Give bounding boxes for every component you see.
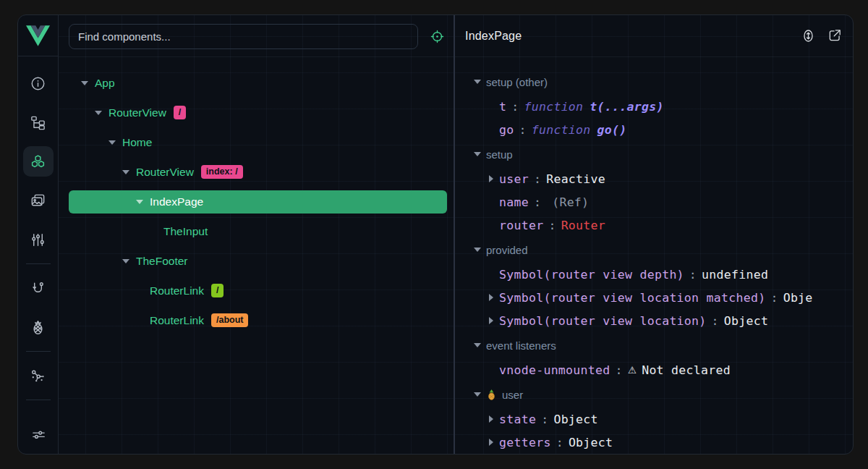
section-label: provided (486, 244, 528, 256)
state-value: (Ref) (552, 195, 589, 209)
expander-icon[interactable] (122, 169, 129, 176)
state-section-setup-other[interactable]: setup (other) (455, 69, 853, 95)
expander-spacer (150, 228, 157, 235)
state-row-symbol-router-view-location[interactable]: Symbol(router view location):Object (455, 309, 853, 332)
settings-icon[interactable] (18, 415, 59, 454)
state-row-t[interactable]: t:functiont(...args) (455, 95, 853, 118)
expander-icon[interactable] (488, 317, 493, 324)
state-row-name[interactable]: name:(Ref) (455, 190, 853, 214)
colon: : (541, 413, 548, 426)
component-name: RouterLink (150, 284, 204, 297)
expander-icon[interactable] (474, 246, 481, 253)
function-signature: go() (597, 123, 627, 137)
locate-target-icon[interactable] (428, 28, 446, 45)
expander-icon[interactable] (488, 294, 493, 301)
route-badge: index: / (201, 165, 243, 179)
expander-spacer (488, 126, 493, 133)
state-key: getters (499, 436, 551, 449)
state-row-symbol-router-view-depth[interactable]: Symbol(router view depth):undefined (455, 263, 853, 286)
expander-icon[interactable] (474, 78, 481, 85)
icon-rail (18, 15, 59, 454)
state-section-provided[interactable]: provided (455, 237, 853, 263)
state-value: Router (561, 219, 605, 232)
state-value: undefined (702, 268, 768, 282)
tree-item-routerlink[interactable]: RouterLink /about (59, 305, 454, 335)
pinia-icon[interactable] (18, 308, 59, 347)
state-key: Symbol(router view location matched) (499, 291, 765, 305)
state-row-user[interactable]: user:Reactive (455, 167, 853, 190)
devtools-window: App RouterView / Home RouterView index: … (17, 14, 854, 455)
tree-toolbar (59, 15, 454, 57)
expander-icon[interactable] (95, 109, 102, 117)
graph-icon[interactable] (18, 356, 59, 395)
pages-tree-icon[interactable] (18, 103, 59, 142)
tree-item-app[interactable]: App (59, 68, 454, 98)
expander-icon[interactable] (136, 198, 143, 206)
colon: : (519, 123, 526, 137)
state-key: t (499, 100, 506, 114)
state-key: user (499, 172, 529, 186)
colon: : (548, 219, 556, 232)
component-tree: App RouterView / Home RouterView index: … (59, 68, 454, 335)
component-tree-panel: App RouterView / Home RouterView index: … (59, 15, 455, 454)
expander-icon[interactable] (488, 415, 493, 423)
timeline-icon[interactable] (18, 220, 59, 259)
expander-icon[interactable] (81, 80, 88, 87)
scroll-to-component-icon[interactable] (801, 28, 817, 44)
selected-row-highlight (69, 190, 447, 214)
active-tab-highlight (23, 146, 54, 177)
state-key: Symbol(router view depth) (499, 268, 684, 282)
components-icon[interactable] (18, 142, 59, 181)
tree-item-routerlink[interactable]: RouterLink / (59, 276, 454, 305)
state-section-event-listeners[interactable]: event listeners (455, 332, 853, 358)
expander-icon[interactable] (122, 258, 129, 265)
route-badge: /about (211, 313, 249, 328)
expander-spacer (488, 271, 493, 278)
section-label: event listeners (486, 339, 556, 352)
state-key: router (499, 219, 543, 232)
expander-spacer (136, 287, 143, 295)
expander-icon[interactable] (474, 342, 481, 349)
open-in-editor-icon[interactable] (827, 28, 843, 44)
state-key: vnode-unmounted (499, 363, 610, 377)
tree-item-indexpage[interactable]: IndexPage (59, 187, 454, 216)
tree-item-theinput[interactable]: TheInput (59, 216, 454, 246)
state-row-vnode-unmounted[interactable]: vnode-unmounted:⚠Not declared (455, 358, 853, 381)
warning-icon: ⚠ (628, 364, 637, 376)
state-key: state (499, 413, 536, 426)
expander-icon[interactable] (474, 151, 481, 158)
tree-item-routerview[interactable]: RouterView index: / (59, 157, 454, 187)
state-section-user[interactable]: user (455, 381, 853, 407)
search-input[interactable] (69, 24, 418, 49)
router-icon[interactable] (18, 269, 59, 308)
tree-item-thefooter[interactable]: TheFooter (59, 246, 454, 276)
route-badge: / (174, 106, 186, 120)
tree-item-home[interactable]: Home (59, 127, 454, 157)
function-keyword: function (532, 123, 591, 137)
function-signature: t(...args) (590, 100, 663, 114)
pinia-store-icon (486, 389, 497, 400)
state-row-go[interactable]: go:functiongo() (455, 118, 853, 141)
rail-divider (26, 263, 51, 264)
section-label: setup (486, 148, 513, 161)
info-circle-icon[interactable] (18, 64, 59, 103)
state-row-router[interactable]: router:Router (455, 214, 853, 237)
expander-icon[interactable] (474, 391, 481, 398)
state-key: name (499, 195, 529, 209)
assets-icon[interactable] (18, 181, 59, 220)
state-row-getters[interactable]: getters:Object (455, 431, 853, 454)
state-row-symbol-router-view-location-matched[interactable]: Symbol(router view location matched):Obj… (455, 286, 853, 309)
state-row-state[interactable]: state:Object (455, 407, 853, 431)
state-section-setup[interactable]: setup (455, 141, 853, 167)
tree-item-routerview[interactable]: RouterView / (59, 98, 454, 127)
colon: : (689, 268, 697, 282)
expander-icon[interactable] (109, 139, 116, 146)
function-keyword: function (524, 100, 583, 114)
colon: : (511, 100, 519, 114)
colon: : (712, 314, 719, 328)
expander-icon[interactable] (488, 439, 493, 446)
component-name: IndexPage (150, 195, 203, 208)
expander-spacer (136, 317, 143, 324)
expander-icon[interactable] (488, 175, 493, 182)
vue-logo (18, 15, 58, 56)
